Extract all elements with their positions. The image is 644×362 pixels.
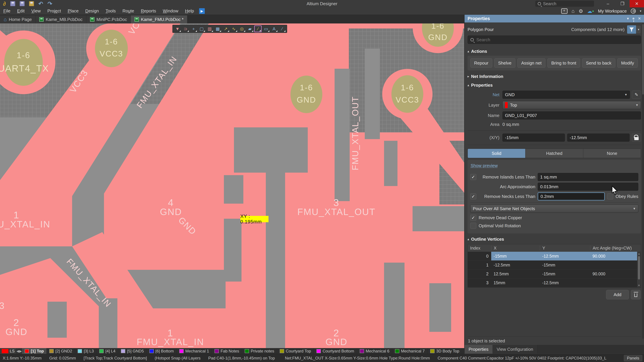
doc-tab-kame-mb-pcbdoc[interactable]: Kame_MB.PcbDoc [36,15,86,23]
align-objects-icon[interactable]: ▥ [206,25,213,32]
layer-tab-mechanical-1[interactable]: Mechanical 1 [176,348,212,354]
panel-pin-icon[interactable] [632,18,634,19]
doc-tab-kame-fmu-pcbdoc-[interactable]: Kame_FMU.PcbDoc * [131,15,187,23]
menu-file[interactable]: File [0,8,14,13]
filter-button[interactable] [627,25,636,34]
section-properties[interactable]: ▴ Properties [468,81,641,89]
layer-select[interactable]: Top ▼ [502,101,641,109]
vertex-cell[interactable]: -15mm [491,254,540,259]
panel-scrollbar[interactable] [642,23,644,339]
arc-approximation-input[interactable]: 0.013mm [538,183,638,191]
remove-islands-input[interactable]: 1 sq.mm [538,173,638,181]
save-icon[interactable] [10,1,15,6]
eyedropper-button[interactable]: ✎ [632,91,641,99]
vertex-cell[interactable]: 90.000 [590,272,639,276]
properties-panel-header[interactable]: Properties ▾ ✕ [464,15,644,22]
undo-icon[interactable]: ↶ [38,0,43,7]
name-input[interactable]: GND_L01_P007 [502,111,641,119]
vertex-cell[interactable]: 12.5mm [491,272,540,276]
vertex-cell[interactable]: -12.5mm [491,263,540,268]
vertex-row[interactable]: 1-12.5mm-15mm [468,261,641,270]
layer-tab--5-gnd5[interactable]: [5] GND5 [118,348,146,354]
tune-length-icon[interactable]: ∿ [230,25,238,32]
menu-reports[interactable]: Reports [138,8,160,13]
lock-button[interactable] [632,134,641,142]
maximize-button[interactable]: ❐ [615,0,630,7]
layer-tab-mechanical-6[interactable]: Mechanical 6 [357,348,392,354]
vertex-row[interactable]: 0-15mm-12.5mm90.000 [468,252,641,261]
vertex-index[interactable]: 1 [468,263,491,268]
menu-edit[interactable]: Edit [14,8,28,13]
workspace-label[interactable]: My Workspace [598,8,627,14]
remove-islands-checkbox[interactable]: ✓ [470,174,476,180]
fill-mode-hatched[interactable]: Hatched [526,149,583,158]
place-via-icon[interactable]: ◎ [238,25,246,32]
send-to-back-button[interactable]: Send to back [582,58,615,68]
open-icon[interactable] [29,1,34,6]
doc-tab-minipc-pcbdoc[interactable]: MiniPC.PcbDoc [86,15,131,23]
home-icon[interactable]: ⌂ [572,8,574,14]
scrollbar-thumb[interactable] [642,24,644,94]
assign-net-button[interactable]: Assign net [518,58,546,68]
vertex-cell[interactable]: -15mm [540,272,590,276]
table-scrollbar[interactable]: ▴ ▾ [637,252,641,287]
bring-to-front-button[interactable]: Bring to front [548,58,580,68]
interactive-route-icon[interactable]: ∕ [254,25,262,32]
vertex-cell[interactable]: 90.000 [590,254,639,259]
section-net-information[interactable]: ▸ Net Information [468,72,641,81]
vertex-cell[interactable]: -15mm [540,263,590,268]
vertex-cell[interactable]: -12.5mm [540,254,590,259]
window-mode-icon[interactable]: ▶ [199,8,205,14]
menu-design[interactable]: Design [82,8,102,13]
vertex-row[interactable]: 212.5mm-15mm90.000 [468,270,641,278]
net-label[interactable]: Net [468,92,500,97]
layer-tab--2-gnd2[interactable]: [2] GND2 [46,348,75,354]
x-input[interactable]: -15mm [502,134,565,142]
vertex-cell[interactable]: -12.5mm [540,280,590,285]
layer-tab--1-top[interactable]: [1] Top [22,348,46,354]
menu-window[interactable]: Window [160,8,182,13]
close-button[interactable]: ✕ [630,0,644,7]
layer-tab-fab-notes[interactable]: Fab Notes [212,348,242,354]
menu-tools[interactable]: Tools [102,8,119,13]
vertex-index[interactable]: 2 [468,272,491,276]
show-preview-link[interactable]: Show preview [470,163,498,168]
layer-scroll-right-icon[interactable]: ▶ [19,348,22,354]
layer-tab-private-notes[interactable]: Private notes [242,348,277,354]
layer-tab--6-bottom[interactable]: [6] Bottom [147,348,176,354]
place-text-icon[interactable]: A [270,25,278,32]
fill-mode-solid[interactable]: Solid [468,149,526,158]
filter-scope-label[interactable]: Components (and 12 more) [571,27,624,32]
layer-tab-3d-body-top[interactable]: 3D Body Top [428,348,462,354]
shelve-button[interactable]: Shelve [494,58,515,68]
select-area-icon[interactable]: ▢ [198,25,205,32]
remove-necks-input[interactable]: 0.2mm [538,192,605,200]
layer-tab--4-l4[interactable]: [4] L4 [96,348,118,354]
panel-tab-view-configuration[interactable]: View Configuration [493,345,538,354]
origin-marker-icon[interactable]: + [190,25,197,32]
delete-vertex-button[interactable] [631,290,641,299]
pour-over-select[interactable]: Pour Over All Same Net Objects ▼ [470,205,638,213]
panel-search-box[interactable] [468,35,641,44]
user-icon[interactable] [631,8,636,13]
user-dropdown-icon[interactable]: ▾ [640,9,641,13]
remove-necks-checkbox[interactable]: ✓ [470,193,476,199]
place-line-icon[interactable]: ∕ [278,25,286,32]
remove-dead-copper-checkbox[interactable]: ✓ [470,215,476,221]
menu-place[interactable]: Place [64,8,82,13]
comment-icon[interactable] [561,8,568,14]
pcb-editor-canvas[interactable]: 1-6UART4_TX1-6VCC3VCC3VCFMU_XTAL_IN1-6GN… [0,23,464,348]
scrollbar-thumb[interactable] [638,256,640,280]
y-input[interactable]: -12.5mm [567,134,630,142]
vertex-index[interactable]: 0 [468,252,491,260]
repour-button[interactable]: Repour [470,58,492,68]
redo-icon[interactable]: ↷ [48,0,52,7]
add-vertex-button[interactable]: Add [606,290,629,299]
section-actions[interactable]: ▴ Actions [468,47,641,56]
panel-menu-icon[interactable]: ▾ [627,16,629,21]
layer-tab-courtyard-top[interactable]: Courtyard Top [277,348,314,354]
minimize-button[interactable]: – [601,0,615,7]
global-search[interactable]: Search [535,1,594,7]
section-outline-vertices[interactable]: ▴ Outline Vertices [468,235,641,244]
panel-tab-properties[interactable]: Properties [464,345,493,354]
